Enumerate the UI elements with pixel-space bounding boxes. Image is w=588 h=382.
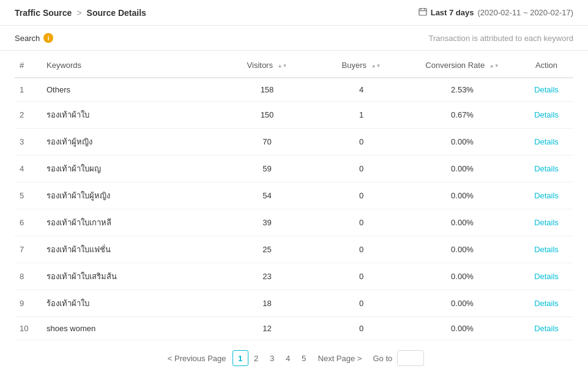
col-header-num: #: [15, 53, 42, 78]
table-row: 3 รองเท้าผู้หญิง 70 0 0.00% Details: [15, 129, 573, 155]
prev-page-button[interactable]: < Previous Page: [164, 353, 230, 364]
cell-visitors: 25: [217, 236, 318, 263]
table-row: 5 รองเท้าผ้าใบผู้หญิง 54 0 0.00% Details: [15, 182, 573, 209]
cell-conversion: 0.00%: [405, 182, 519, 209]
keywords-table: # Keywords Visitors ▲▼ Buyers ▲▼ Convers…: [15, 53, 573, 340]
cell-buyers: 0: [318, 263, 405, 290]
next-page-button[interactable]: Next Page >: [314, 353, 366, 364]
cell-keyword: รองเท้าผ้าใบผญ: [42, 155, 217, 182]
details-link[interactable]: Details: [534, 245, 559, 254]
search-row: Search i Transaction is attributed to ea…: [0, 26, 588, 51]
date-range[interactable]: Last 7 days (2020-02-11 ~ 2020-02-17): [419, 7, 573, 18]
cell-action: Details: [519, 129, 573, 155]
search-left: Search i: [15, 33, 53, 43]
svg-rect-0: [419, 9, 426, 15]
breadcrumb-separator: >: [76, 8, 81, 18]
cell-conversion: 0.00%: [405, 155, 519, 182]
cell-buyers: 0: [318, 129, 405, 155]
cell-visitors: 54: [217, 182, 318, 209]
pagination: < Previous Page 12345 Next Page > Go to: [0, 340, 588, 376]
cell-visitors: 70: [217, 129, 318, 155]
cell-num: 9: [15, 290, 42, 317]
details-link[interactable]: Details: [534, 324, 559, 333]
cell-action: Details: [519, 209, 573, 236]
cell-action: Details: [519, 236, 573, 263]
page-number-5[interactable]: 5: [296, 350, 312, 366]
visitors-sort-icon: ▲▼: [278, 64, 288, 69]
col-header-conversion[interactable]: Conversion Rate ▲▼: [405, 53, 519, 78]
cell-keyword: ร้องเท้าผ้าใบ: [42, 290, 217, 317]
details-link[interactable]: Details: [534, 137, 559, 146]
conversion-sort-icon: ▲▼: [489, 64, 499, 69]
table-body: 1 Others 158 4 2.53% Details 2 รองเท้าผ้…: [15, 78, 573, 340]
table-row: 2 รองเท้าผ้าใบ 150 1 0.67% Details: [15, 102, 573, 129]
info-icon[interactable]: i: [43, 33, 53, 43]
cell-num: 7: [15, 236, 42, 263]
details-link[interactable]: Details: [534, 272, 559, 281]
cell-num: 8: [15, 263, 42, 290]
cell-num: 4: [15, 155, 42, 182]
cell-buyers: 0: [318, 317, 405, 340]
cell-keyword: รองเท้าผ้าใบเกาหลี: [42, 209, 217, 236]
table-row: 1 Others 158 4 2.53% Details: [15, 78, 573, 102]
cell-action: Details: [519, 102, 573, 129]
page-number-3[interactable]: 3: [264, 350, 280, 366]
cell-buyers: 0: [318, 182, 405, 209]
cell-num: 10: [15, 317, 42, 340]
cell-visitors: 12: [217, 317, 318, 340]
cell-conversion: 0.00%: [405, 290, 519, 317]
cell-buyers: 0: [318, 236, 405, 263]
cell-num: 5: [15, 182, 42, 209]
cell-visitors: 150: [217, 102, 318, 129]
cell-visitors: 23: [217, 263, 318, 290]
cell-action: Details: [519, 290, 573, 317]
breadcrumb-root[interactable]: Traffic Source: [15, 8, 72, 18]
cell-keyword: รองเท้าผ้าใบ: [42, 102, 217, 129]
cell-keyword: shoes women: [42, 317, 217, 340]
cell-visitors: 18: [217, 290, 318, 317]
cell-conversion: 0.00%: [405, 263, 519, 290]
page-number-2[interactable]: 2: [248, 350, 264, 366]
table-row: 6 รองเท้าผ้าใบเกาหลี 39 0 0.00% Details: [15, 209, 573, 236]
cell-buyers: 4: [318, 78, 405, 102]
details-link[interactable]: Details: [534, 191, 559, 200]
table-row: 10 shoes women 12 0 0.00% Details: [15, 317, 573, 340]
table-row: 9 ร้องเท้าผ้าใบ 18 0 0.00% Details: [15, 290, 573, 317]
cell-visitors: 59: [217, 155, 318, 182]
cell-action: Details: [519, 155, 573, 182]
cell-conversion: 0.00%: [405, 317, 519, 340]
cell-num: 3: [15, 129, 42, 155]
buyers-sort-icon: ▲▼: [371, 64, 381, 69]
cell-visitors: 158: [217, 78, 318, 102]
cell-keyword: รองเท้าผ้าใบเสริมส้น: [42, 263, 217, 290]
details-link[interactable]: Details: [534, 299, 559, 308]
cell-conversion: 2.53%: [405, 78, 519, 102]
details-link[interactable]: Details: [534, 218, 559, 227]
attribution-note: Transaction is attributed to each keywor…: [428, 34, 573, 43]
goto-input[interactable]: [397, 350, 424, 366]
col-header-action: Action: [519, 53, 573, 78]
details-link[interactable]: Details: [534, 110, 559, 119]
page-numbers: 12345: [233, 350, 312, 366]
col-header-buyers[interactable]: Buyers ▲▼: [318, 53, 405, 78]
cell-conversion: 0.67%: [405, 102, 519, 129]
details-link[interactable]: Details: [534, 85, 559, 94]
details-link[interactable]: Details: [534, 164, 559, 173]
cell-conversion: 0.00%: [405, 129, 519, 155]
cell-buyers: 0: [318, 209, 405, 236]
cell-num: 2: [15, 102, 42, 129]
col-header-visitors[interactable]: Visitors ▲▼: [217, 53, 318, 78]
cell-num: 6: [15, 209, 42, 236]
cell-conversion: 0.00%: [405, 209, 519, 236]
table-header-row: # Keywords Visitors ▲▼ Buyers ▲▼ Convers…: [15, 53, 573, 78]
page-number-1[interactable]: 1: [233, 350, 248, 366]
table-row: 4 รองเท้าผ้าใบผญ 59 0 0.00% Details: [15, 155, 573, 182]
goto-label: Go to: [373, 354, 392, 363]
cell-buyers: 0: [318, 155, 405, 182]
table-container: # Keywords Visitors ▲▼ Buyers ▲▼ Convers…: [0, 53, 588, 340]
page-number-4[interactable]: 4: [280, 350, 296, 366]
cell-conversion: 0.00%: [405, 236, 519, 263]
cell-num: 1: [15, 78, 42, 102]
calendar-icon: [419, 7, 427, 18]
cell-action: Details: [519, 263, 573, 290]
